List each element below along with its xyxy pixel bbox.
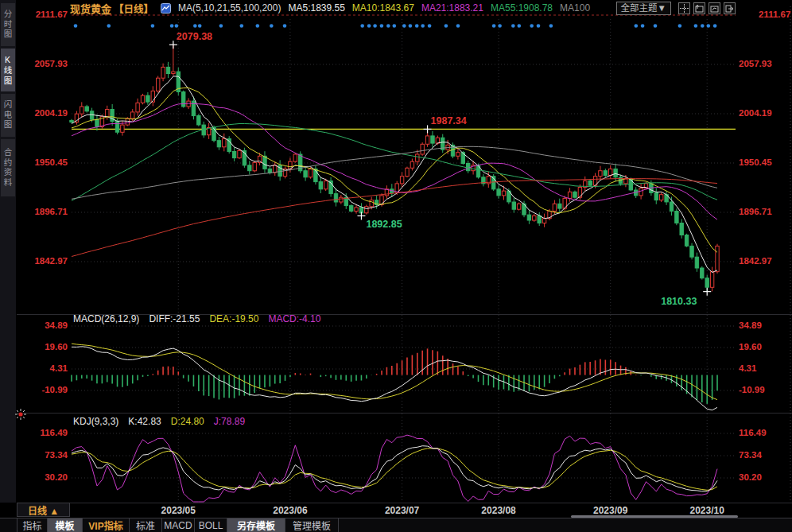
event-dot[interactable] [654,24,658,28]
symbol-name: 现货黄金 [70,1,111,16]
event-dot[interactable] [498,24,502,28]
macd-macd-value: MACD:-4.10 [268,313,320,324]
event-dot[interactable] [373,24,377,28]
event-dot[interactable] [530,24,534,28]
event-dot[interactable] [270,24,274,28]
price-annotation: 1987.34 [431,115,467,126]
toolbar-tab-templates[interactable]: 模板 [48,518,83,532]
y-axis-label-left: 34.89 [18,320,68,330]
event-dot[interactable] [701,24,705,28]
event-dot[interactable] [107,24,111,28]
toolbar-tab-save-template[interactable]: 另存模板 [227,518,285,532]
ma21-value: MA21:1883.21 [421,2,483,14]
y-axis-label-right: 2111.67 [759,10,792,19]
event-dot[interactable] [694,24,698,28]
indicator-layout-icon[interactable] [709,2,720,14]
event-dot[interactable] [256,24,260,28]
price-annotation: 2079.38 [177,31,212,42]
event-dot[interactable] [402,24,406,28]
event-dot[interactable] [713,24,717,28]
toolbar-tab-vip-indicators[interactable]: VIP指标 [83,518,130,532]
y-axis-label-left: 19.60 [18,342,68,351]
price-annotation: 1810.33 [661,296,697,307]
kdj-j-value: J:78.89 [214,416,245,427]
chart-canvas [0,0,792,532]
ma100-value: MA100 [560,2,590,14]
event-dot[interactable] [386,24,390,28]
y-axis-label-right: 4.31 [739,363,790,373]
y-axis-label-right: -10.99 [739,385,790,394]
event-dot[interactable] [198,24,202,28]
event-dot[interactable] [175,24,179,28]
y-axis-label-left: 1896.71 [18,207,68,216]
event-dot[interactable] [360,24,364,28]
chart-header: 现货黄金【日线】 MA(5,10,21,55,100,200) MA5:1839… [70,0,590,16]
y-axis-label-right: 1896.71 [739,207,790,216]
y-axis-label-left: 4.31 [18,363,68,373]
kline-chart-icon [161,3,171,14]
ma5-value: MA5:1839.55 [288,2,344,14]
event-dot[interactable] [415,24,419,28]
x-axis-date-label: 2023/06 [266,505,314,516]
event-dot[interactable] [283,24,287,28]
event-dot[interactable] [409,24,413,28]
event-dot[interactable] [678,24,682,28]
toolbar-tab-standard[interactable]: 标准 [130,518,162,532]
event-dot[interactable] [511,24,515,28]
event-dot[interactable] [549,24,553,28]
ma5-line [72,76,717,273]
export-panel-icon[interactable] [724,2,736,14]
event-dot[interactable] [219,24,223,28]
event-dot[interactable] [537,24,541,28]
event-dot[interactable] [456,24,460,28]
event-dot[interactable] [492,24,496,28]
toolbar-tab-indicators[interactable]: 指标 [17,518,48,532]
y-axis-label-right: 2057.93 [739,59,790,68]
event-dot[interactable] [193,24,197,28]
event-dot[interactable] [641,24,645,28]
period-tag: 【日线】 [114,1,153,16]
y-axis-label-left: 30.20 [18,472,68,482]
macd-title: MACD(26,12,9) [73,313,139,324]
ma10-value: MA10:1843.67 [352,2,414,14]
crosshair-icon[interactable] [678,2,690,14]
y-axis-label-right: 1950.45 [739,157,790,167]
ma55-line [72,124,717,201]
kdj-d-value: D:24.80 [171,416,204,427]
event-dot[interactable] [240,24,244,28]
price-annotation: 1892.85 [366,219,402,230]
toolbar-tab-manage-templates[interactable]: 管理模板 [285,518,339,532]
event-dot[interactable] [635,24,639,28]
event-dot[interactable] [151,24,155,28]
toolbar-tab-boll[interactable]: BOLL [195,518,227,532]
y-axis-label-left: 1950.45 [18,157,68,167]
x-axis-date-label: 2023/10 [683,505,731,516]
event-dot[interactable] [380,24,384,28]
event-dot[interactable] [393,24,397,28]
y-axis-label-right: 30.20 [739,472,790,482]
event-dot[interactable] [707,24,711,28]
macd-pane-header: MACD(26,12,9) DIFF:-21.55 DEA:-19.50 MAC… [73,313,320,324]
event-dot[interactable] [170,24,174,28]
event-dot[interactable] [421,24,425,28]
bottom-toolbar: 指标 模板 VIP指标 标准 MACD BOLL 另存模板 管理模板 [0,518,792,532]
zoom-area-icon[interactable] [693,2,705,14]
y-axis-label-right: 34.89 [739,320,790,330]
event-dot[interactable] [518,24,522,28]
period-selector[interactable]: 日线 ▲ [17,503,70,517]
toolbar-tab-macd[interactable]: MACD [162,518,195,532]
x-axis-date-label: 2023/05 [154,505,202,516]
ma21-line [72,103,717,219]
event-dot[interactable] [74,24,78,28]
y-axis-label-left: 2057.93 [18,59,68,68]
event-dot[interactable] [428,24,432,28]
x-axis-date-label: 2023/09 [587,505,635,516]
y-axis-label-right: 116.49 [739,428,790,437]
theme-dropdown[interactable]: 全部主题▼ [616,2,671,15]
y-axis-label-left: 1842.97 [18,256,68,266]
kdj-pane-header: KDJ(9,3,3) K:42.83 D:24.80 J:78.89 [73,416,245,427]
kdj-j-line [72,435,717,502]
event-dot[interactable] [367,24,371,28]
y-axis-label-left: 2111.67 [18,10,68,19]
event-dot[interactable] [445,24,448,28]
